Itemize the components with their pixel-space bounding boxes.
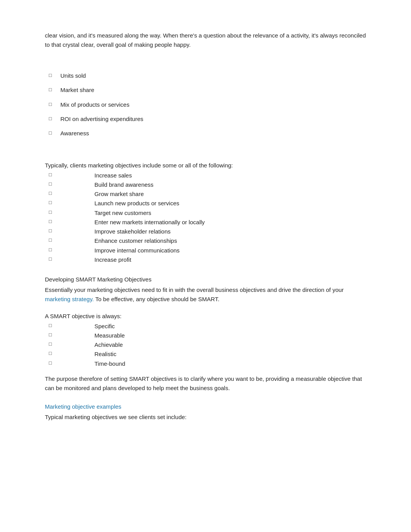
bullet-item-text: Grow market share [94, 189, 366, 198]
bullet-icon: □ [49, 72, 57, 79]
list-item: □Enter new markets internationally or lo… [45, 218, 366, 227]
intro-paragraph: clear vision, and it's measured along th… [45, 31, 366, 49]
bullet-item-text: Increase sales [94, 171, 366, 180]
list-item: □Time-bound [45, 359, 366, 368]
list-item: □Units sold [49, 71, 366, 80]
list-item: □Mix of products or services [49, 100, 366, 109]
marketing-strategy-link[interactable]: marketing strategy. [45, 296, 94, 302]
bullet-icon: □ [49, 359, 91, 367]
bullet-item-text: Build brand awareness [94, 180, 366, 189]
list-item: □ROI on advertising expenditures [49, 114, 366, 123]
developing-text-part2: To be effective, any objective should be… [94, 296, 219, 302]
list-item: □Awareness [49, 129, 366, 138]
bullet-icon: □ [49, 350, 91, 357]
list-item: □Launch new products or services [45, 199, 366, 208]
spacer-2 [45, 152, 366, 161]
purpose-paragraph: The purpose therefore of setting SMART o… [45, 374, 366, 393]
bullet-item-text: ROI on advertising expenditures [60, 114, 366, 123]
bullet-icon: □ [49, 236, 91, 244]
list-item: □Target new customers [45, 208, 366, 217]
list-item: □Increase sales [45, 171, 366, 180]
smart-bullet-list: □Specific□Measurable□Achievable□Realisti… [45, 322, 366, 368]
developing-paragraph: Essentially your marketing objectives ne… [45, 285, 366, 304]
bullet-icon: □ [49, 189, 91, 197]
bullet-item-text: Units sold [60, 71, 366, 80]
smart-intro: A SMART objective is always: [45, 312, 366, 321]
bullet-icon: □ [49, 322, 91, 329]
list-item: □Increase profit [45, 255, 366, 264]
bullet-item-text: Enhance customer relationships [94, 236, 366, 245]
bullet-item-text: Market share [60, 85, 366, 94]
developing-title: Developing SMART Marketing Objectives [45, 275, 366, 284]
bullet-icon: □ [49, 180, 91, 188]
list-item: □Enhance customer relationships [45, 236, 366, 245]
bullet-item-text: Target new customers [94, 208, 366, 217]
bullet-item-text: Time-bound [94, 359, 366, 368]
bullet-icon: □ [49, 129, 57, 137]
list-item: □Build brand awareness [45, 180, 366, 189]
bullet-icon: □ [49, 208, 91, 216]
bullet-icon: □ [49, 331, 91, 339]
bullet-item-text: Realistic [94, 350, 366, 358]
bullet-item-text: Specific [94, 322, 366, 331]
bullet-item-text: Launch new products or services [94, 199, 366, 208]
bullet-icon: □ [49, 101, 57, 108]
bullet-icon: □ [49, 218, 91, 225]
bullet-icon: □ [49, 227, 91, 235]
list-item: □Measurable [45, 331, 366, 340]
spacer-1 [45, 62, 366, 71]
bullet-item-text: Achievable [94, 340, 366, 349]
bullet-item-text: Improve stakeholder relations [94, 227, 366, 236]
list-item: □Specific [45, 322, 366, 331]
list-item: □Grow market share [45, 189, 366, 198]
bullet-icon: □ [49, 246, 91, 254]
developing-text-part1: Essentially your marketing objectives ne… [45, 286, 344, 293]
marketing-examples-link[interactable]: Marketing objective examples [45, 402, 366, 411]
page-container: clear vision, and it's measured along th… [0, 0, 411, 452]
bullet-item-text: Enter new markets internationally or loc… [94, 218, 366, 227]
first-bullet-list: □Units sold□Market share□Mix of products… [45, 71, 366, 138]
bullet-icon: □ [49, 171, 91, 179]
bullet-item-text: Awareness [60, 129, 366, 138]
developing-section: Developing SMART Marketing Objectives Es… [45, 275, 366, 304]
smart-section: A SMART objective is always: □Specific□M… [45, 312, 366, 368]
list-item: □Market share [49, 85, 366, 94]
bullet-item-text: Improve internal communications [94, 246, 366, 255]
bullet-icon: □ [49, 115, 57, 123]
bullet-icon: □ [49, 199, 91, 206]
list-item: □Improve stakeholder relations [45, 227, 366, 236]
list-item: □Improve internal communications [45, 246, 366, 255]
typically-intro: Typically, clients marketing objectives … [45, 161, 366, 170]
bullet-icon: □ [49, 255, 91, 263]
typically-section: Typically, clients marketing objectives … [45, 161, 366, 264]
bullet-item-text: Increase profit [94, 255, 366, 264]
bullet-item-text: Measurable [94, 331, 366, 340]
list-item: □Achievable [45, 340, 366, 349]
typically-bullet-list: □Increase sales□Build brand awareness□Gr… [45, 171, 366, 264]
bullet-icon: □ [49, 340, 91, 348]
bullet-icon: □ [49, 86, 57, 94]
bullet-item-text: Mix of products or services [60, 100, 366, 109]
typical-objectives-text: Typical marketing objectives we see clie… [45, 413, 366, 421]
list-item: □Realistic [45, 350, 366, 358]
